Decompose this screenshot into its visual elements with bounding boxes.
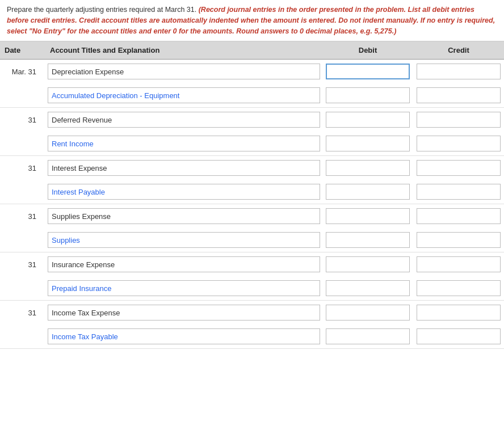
- entry-group-6: 31: [0, 301, 504, 349]
- date-cell: 31: [0, 212, 45, 221]
- entry-group-5: 31: [0, 252, 504, 301]
- debit-account-input[interactable]: [48, 112, 320, 128]
- table-row: [0, 180, 504, 204]
- credit-cell: [413, 279, 504, 298]
- credit-input[interactable]: [417, 112, 501, 128]
- account-cell: [45, 279, 322, 298]
- credit-account-input[interactable]: [48, 280, 320, 296]
- debit-input[interactable]: [326, 160, 410, 176]
- date-cell: 31: [0, 260, 45, 269]
- date-cell: 31: [0, 164, 45, 172]
- table-row: 31: [0, 156, 504, 180]
- debit-cell: [322, 255, 413, 274]
- date-cell: 31: [0, 116, 45, 124]
- credit-account-input[interactable]: [48, 87, 320, 103]
- credit-input[interactable]: [417, 64, 501, 79]
- entry-group-1: Mar. 31: [0, 60, 504, 108]
- instructions: Prepare the quarterly adjusting entries …: [0, 0, 504, 41]
- account-cell: [45, 62, 322, 81]
- account-cell: [45, 206, 322, 226]
- debit-cell: [322, 110, 413, 129]
- debit-input[interactable]: [326, 208, 410, 224]
- credit-cell: [413, 158, 504, 178]
- account-cell: [45, 327, 322, 346]
- debit-cell: [322, 134, 413, 153]
- credit-input[interactable]: [417, 87, 501, 103]
- table-row: Mar. 31: [0, 60, 504, 83]
- col-date: Date: [0, 45, 45, 56]
- debit-cell: [322, 327, 413, 346]
- col-account: Account Titles and Explanation: [45, 45, 322, 56]
- account-cell: [45, 182, 322, 201]
- credit-account-input[interactable]: [48, 184, 320, 200]
- account-cell: [45, 230, 322, 250]
- debit-input[interactable]: [326, 64, 410, 79]
- credit-cell: [413, 110, 504, 129]
- debit-account-input[interactable]: [48, 256, 320, 272]
- credit-account-input[interactable]: [48, 328, 320, 344]
- credit-input[interactable]: [417, 256, 501, 272]
- credit-cell: [413, 255, 504, 274]
- account-cell: [45, 158, 322, 178]
- debit-cell: [322, 279, 413, 298]
- account-cell: [45, 110, 322, 129]
- table-row: [0, 228, 504, 252]
- col-debit: Debit: [322, 45, 413, 56]
- table-row: 31: [0, 108, 504, 132]
- credit-input[interactable]: [417, 184, 501, 200]
- debit-input[interactable]: [326, 305, 410, 321]
- debit-account-input[interactable]: [48, 305, 320, 321]
- table-row: 31: [0, 252, 504, 276]
- account-cell: [45, 255, 322, 274]
- debit-cell: [322, 158, 413, 178]
- credit-input[interactable]: [417, 328, 501, 344]
- credit-cell: [413, 182, 504, 201]
- credit-input[interactable]: [417, 232, 501, 248]
- debit-input[interactable]: [326, 87, 410, 103]
- credit-input[interactable]: [417, 305, 501, 321]
- account-cell: [45, 303, 322, 322]
- table-row: 31: [0, 301, 504, 324]
- debit-account-input[interactable]: [48, 160, 320, 176]
- date-cell: 31: [0, 309, 45, 317]
- debit-account-input[interactable]: [48, 64, 320, 79]
- table-row: [0, 132, 504, 155]
- entries-container: Mar. 313131313131: [0, 60, 504, 349]
- debit-cell: [322, 303, 413, 322]
- table-row: 31: [0, 204, 504, 228]
- debit-cell: [322, 86, 413, 105]
- instructions-normal: Prepare the quarterly adjusting entries …: [7, 6, 199, 14]
- entry-group-3: 31: [0, 156, 504, 204]
- date-cell: Mar. 31: [0, 68, 45, 76]
- debit-cell: [322, 182, 413, 201]
- credit-input[interactable]: [417, 280, 501, 296]
- debit-input[interactable]: [326, 328, 410, 344]
- account-cell: [45, 134, 322, 153]
- debit-cell: [322, 206, 413, 226]
- debit-input[interactable]: [326, 280, 410, 296]
- debit-input[interactable]: [326, 184, 410, 200]
- credit-cell: [413, 62, 504, 81]
- debit-input[interactable]: [326, 112, 410, 128]
- credit-account-input[interactable]: [48, 136, 320, 151]
- entry-group-2: 31: [0, 108, 504, 156]
- table-row: [0, 83, 504, 107]
- entry-group-4: 31: [0, 204, 504, 252]
- journal-table: Date Account Titles and Explanation Debi…: [0, 41, 504, 349]
- credit-input[interactable]: [417, 136, 501, 151]
- credit-cell: [413, 206, 504, 226]
- table-row: [0, 324, 504, 348]
- debit-account-input[interactable]: [48, 208, 320, 224]
- debit-input[interactable]: [326, 232, 410, 248]
- credit-input[interactable]: [417, 208, 501, 224]
- debit-input[interactable]: [326, 256, 410, 272]
- credit-input[interactable]: [417, 160, 501, 176]
- table-row: [0, 276, 504, 300]
- debit-cell: [322, 230, 413, 250]
- debit-cell: [322, 62, 413, 81]
- debit-input[interactable]: [326, 136, 410, 151]
- credit-cell: [413, 303, 504, 322]
- credit-account-input[interactable]: [48, 232, 320, 248]
- col-credit: Credit: [413, 45, 504, 56]
- credit-cell: [413, 134, 504, 153]
